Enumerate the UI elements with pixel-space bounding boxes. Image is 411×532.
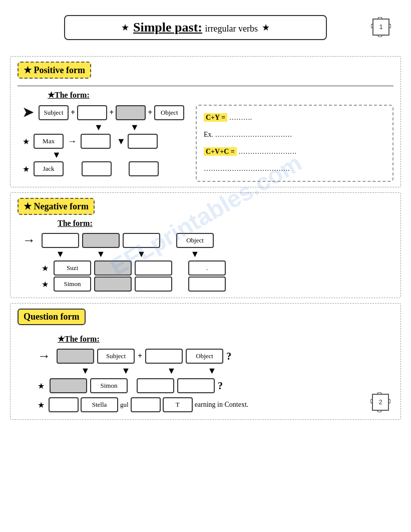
q-object-box: Object xyxy=(186,349,223,364)
simon-obj-box xyxy=(188,277,226,292)
rule-cvpc-label: C+V+C = xyxy=(204,147,237,156)
max-verb-box xyxy=(81,134,111,149)
stella-context: earning in Context. xyxy=(195,401,249,409)
rule-cpy-label: C+Y = xyxy=(204,113,227,122)
question-form-label: Question form xyxy=(24,312,80,322)
title-box: ★ Simple past: irregular verbs ★ xyxy=(64,15,327,40)
arrow-down-verb: ▼ xyxy=(84,122,114,133)
simon-q-obj-box xyxy=(177,378,215,393)
question-form-section: Question form ★The form: → Subject + Obj… xyxy=(10,303,401,420)
q-did-box xyxy=(57,349,94,364)
title-text: Simple past: irregular verbs xyxy=(133,20,258,35)
negative-diagram: Object ▼ ▼ ▼ ▼ ★ Suzi . xyxy=(42,233,226,293)
suzi-inf-box xyxy=(135,260,172,276)
rule-ex-label: Ex. xyxy=(204,131,213,138)
simon-question-row: ★ Simon ? xyxy=(38,378,393,393)
rule-cvpc-dots: ……………………. xyxy=(238,148,296,155)
neg-h-col3 xyxy=(123,233,160,248)
rule-ex-dots: …………………………… xyxy=(215,131,292,138)
max-box: Max xyxy=(34,134,64,149)
rule-cpy-dots: ………. xyxy=(229,114,252,121)
subject-box: Subject xyxy=(39,105,69,120)
svg-text:2: 2 xyxy=(378,398,382,406)
suzi-box: Suzi xyxy=(54,260,91,276)
jack-verb-box xyxy=(82,161,112,176)
negative-form-section: ★ Negative form The form: → Object ▼ ▼ xyxy=(10,192,401,298)
q-verb-box xyxy=(145,349,183,364)
neg-h-col4: Object xyxy=(176,233,214,248)
q-subject-box: Subject xyxy=(97,349,135,364)
arrow-down-gray: ▼ xyxy=(120,122,150,133)
positive-form-label: ★ Positive form xyxy=(24,65,85,76)
negative-form-area: → Object ▼ ▼ ▼ ▼ xyxy=(23,233,393,293)
positive-form-header: ★ Positive form xyxy=(18,62,91,79)
suzi-verb-box xyxy=(94,260,132,276)
simon-neg-box: Simon xyxy=(54,277,91,292)
object-box: Object xyxy=(154,105,184,120)
simon-inf-box xyxy=(135,277,172,292)
stella-box2 xyxy=(131,397,161,412)
verb-box-blank1 xyxy=(77,105,107,120)
jack-object-box xyxy=(129,161,159,176)
question-form-area: ★The form: → Subject + Object ? ▼ ▼ ▼ ▼ xyxy=(18,334,393,412)
positive-form-area: ➤ Subject + + + Object ▼ ▼ xyxy=(23,105,393,182)
simon-q-box: Simon xyxy=(90,378,128,393)
jack-box: Jack xyxy=(34,161,64,176)
max-object-box xyxy=(128,134,158,149)
positive-rules-box: C+Y = ………. Ex. …………………………… C+V+C = ……………… xyxy=(196,105,393,182)
title-star-left: ★ xyxy=(121,22,129,33)
stella-row: ★ Stella gul T earning in Context. xyxy=(38,397,393,412)
positive-diagram: ➤ Subject + + + Object ▼ ▼ xyxy=(23,105,186,177)
q-did-simon-box xyxy=(50,378,87,393)
title-star-right: ★ xyxy=(262,22,270,33)
simon-verb-box xyxy=(94,277,132,292)
question-formula-row: → Subject + Object ? xyxy=(38,349,393,364)
main-arrow: ➤ xyxy=(23,105,34,120)
neg-h-col2 xyxy=(82,233,120,248)
puzzle-icon-1: 1 xyxy=(371,17,391,39)
neg-h-col1 xyxy=(42,233,79,248)
suzi-obj-box: . xyxy=(188,260,226,276)
svg-text:1: 1 xyxy=(379,23,382,31)
question-form-header: Question form xyxy=(18,309,86,325)
positive-form-section: ★ Positive form ★The form: ➤ Subject + +… xyxy=(10,56,401,187)
neg-main-arrow: → xyxy=(23,233,36,248)
rule-extra-dots: ………………………………. xyxy=(204,165,290,172)
puzzle-icon-2: 2 xyxy=(370,392,390,414)
stella-box1 xyxy=(49,397,79,412)
negative-form-label: ★ Negative form xyxy=(24,201,89,212)
question-the-form: ★The form: xyxy=(58,334,393,344)
stella-gul: gul xyxy=(120,401,129,409)
negative-form-header: ★ Negative form xyxy=(18,198,95,215)
positive-the-form: ★The form: xyxy=(48,90,393,100)
simon-q-verb-box xyxy=(137,378,174,393)
negative-the-form: The form: xyxy=(58,219,393,228)
verb-box-gray xyxy=(116,105,146,120)
stella-name-box: Stella xyxy=(81,397,118,412)
stella-t-box: T xyxy=(163,397,193,412)
